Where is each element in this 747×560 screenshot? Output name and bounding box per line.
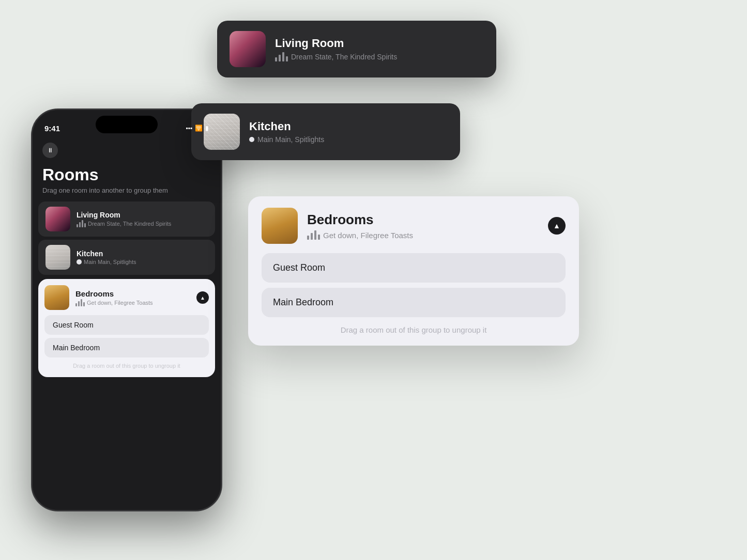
kitchen-art: [45, 245, 70, 270]
bars-icon-bedrooms: [307, 230, 320, 240]
floating-living-name: Living Room: [275, 37, 484, 50]
floating-living-art: [230, 31, 266, 67]
floating-card-kitchen: Kitchen Main Main, Spitlights: [191, 103, 460, 160]
living-room-playing: Dream State, The Kindred Spirits: [88, 221, 171, 227]
living-room-art: [45, 207, 70, 231]
floating-bedrooms-art: [262, 208, 298, 244]
bedrooms-info: Bedrooms Get down, Filegree Toasts: [75, 289, 153, 306]
kitchen-status: Main Main, Spitlights: [77, 259, 208, 265]
room-item-kitchen[interactable]: Kitchen Main Main, Spitlights: [38, 240, 215, 275]
kitchen-thumb: [45, 245, 70, 270]
bedrooms-status: Get down, Filegree Toasts: [75, 299, 153, 306]
floating-living-playing: Dream State, The Kindred Spirits: [291, 53, 397, 61]
signal-icon: ▪▪▪: [186, 125, 192, 132]
floating-kitchen-status: Main Main, Spitlights: [249, 135, 448, 144]
bars-icon-living: [275, 52, 288, 61]
floating-card-living: Living Room Dream State, The Kindred Spi…: [217, 21, 496, 77]
playing-icon: [77, 220, 86, 227]
page-title: Rooms: [32, 160, 221, 186]
floating-living-status: Dream State, The Kindred Spirits: [275, 52, 484, 61]
floating-group-hint: Drag a room out of this group to ungroup…: [262, 325, 566, 334]
room-list: Living Room Dream State, The Kindred Spi…: [32, 201, 221, 277]
floating-bedrooms-thumb: [262, 208, 298, 244]
kitchen-name: Kitchen: [77, 250, 208, 258]
bedrooms-thumb: [44, 285, 69, 310]
bedrooms-group-card[interactable]: Bedrooms Get down, Filegree Toasts ▲ Gue…: [38, 279, 215, 377]
sub-room-item-main[interactable]: Main Bedroom: [44, 338, 209, 357]
dot-icon: [77, 259, 82, 265]
wifi-icon: 🛜: [195, 125, 203, 132]
dot-icon-kitchen: [249, 137, 254, 142]
living-room-name: Living Room: [77, 211, 208, 219]
living-room-thumb: [45, 207, 70, 231]
pause-icon[interactable]: ⏸: [42, 143, 58, 158]
floating-kitchen-info: Kitchen Main Main, Spitlights: [249, 120, 448, 144]
floating-bedrooms-playing: Get down, Filegree Toasts: [323, 231, 413, 240]
floating-card-bedrooms: Bedrooms Get down, Filegree Toasts ▲ Gue…: [248, 196, 579, 346]
kitchen-info: Kitchen Main Main, Spitlights: [77, 250, 208, 265]
room-item-living[interactable]: Living Room Dream State, The Kindred Spi…: [38, 201, 215, 237]
living-room-info: Living Room Dream State, The Kindred Spi…: [77, 211, 208, 227]
status-icons: ▪▪▪ 🛜 ▮: [186, 125, 209, 132]
sub-room-item-guest[interactable]: Guest Room: [44, 315, 209, 335]
floating-bedrooms-info: Bedrooms Get down, Filegree Toasts: [307, 212, 413, 240]
floating-kitchen-name: Kitchen: [249, 120, 448, 133]
playing-icon-bedrooms: [75, 299, 85, 306]
bedrooms-art: [44, 285, 69, 310]
floating-living-thumb: [230, 31, 266, 67]
kitchen-playing: Main Main, Spitlights: [84, 259, 136, 265]
page-subtitle: Drag one room into another to group them: [32, 186, 221, 201]
phone-screen: 9:41 ▪▪▪ 🛜 ▮ ⏸ Edit Rooms Drag one room …: [32, 110, 221, 510]
phone-frame: 9:41 ▪▪▪ 🛜 ▮ ⏸ Edit Rooms Drag one room …: [31, 108, 222, 511]
bedrooms-header: Bedrooms Get down, Filegree Toasts ▲: [44, 285, 209, 310]
battery-icon: ▮: [205, 125, 209, 132]
floating-bedrooms-name: Bedrooms: [307, 212, 413, 228]
phone-notch: [96, 116, 158, 133]
floating-kitchen-playing: Main Main, Spitlights: [257, 135, 324, 144]
living-room-status: Dream State, The Kindred Spirits: [77, 220, 208, 227]
status-time: 9:41: [44, 124, 60, 133]
collapse-button[interactable]: ▲: [548, 217, 566, 235]
floating-living-info: Living Room Dream State, The Kindred Spi…: [275, 37, 484, 61]
floating-sub-room-main[interactable]: Main Bedroom: [262, 288, 566, 317]
sub-room-list: Guest Room Main Bedroom: [44, 315, 209, 357]
chevron-up-button[interactable]: ▲: [196, 291, 209, 304]
bedrooms-playing: Get down, Filegree Toasts: [87, 300, 153, 306]
bedrooms-name: Bedrooms: [75, 289, 153, 298]
group-hint: Drag a room out of this group to ungroup…: [44, 363, 209, 371]
floating-sub-room-list: Guest Room Main Bedroom: [262, 253, 566, 317]
floating-sub-room-guest[interactable]: Guest Room: [262, 253, 566, 283]
floating-bedrooms-header: Bedrooms Get down, Filegree Toasts ▲: [262, 208, 566, 244]
floating-bedrooms-status: Get down, Filegree Toasts: [307, 230, 413, 240]
